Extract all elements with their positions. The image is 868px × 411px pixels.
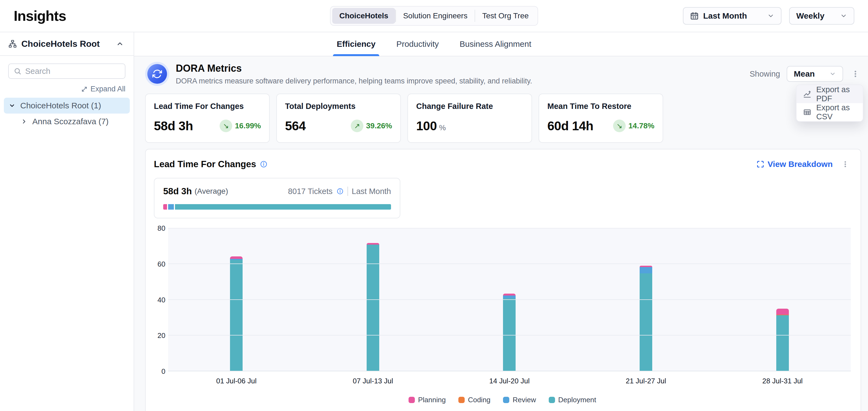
- delta-badge: ↘ 16.99%: [220, 119, 261, 132]
- expand-all-button[interactable]: Expand All: [81, 85, 125, 93]
- table-icon: [803, 108, 811, 116]
- search-input[interactable]: [25, 67, 128, 76]
- org-chart-icon: [8, 39, 17, 48]
- legend-item-review[interactable]: Review: [503, 396, 536, 404]
- aggregation-select[interactable]: Mean: [787, 66, 843, 82]
- y-tick-label: 40: [157, 296, 165, 304]
- chevron-down-icon: [9, 102, 16, 109]
- tab-business-alignment[interactable]: Business Alignment: [457, 32, 533, 56]
- aggregation-value: Mean: [794, 69, 815, 78]
- app-shell: ChoiceHotels Root Expand All: [0, 32, 868, 411]
- gridline: [168, 299, 851, 300]
- calendar-icon: [690, 11, 699, 20]
- export-pdf-label: Export as PDF: [816, 85, 856, 103]
- stacked-bar-3[interactable]: [503, 294, 516, 371]
- bar-segment-deployment: [640, 273, 652, 371]
- lead-time-section: Lead Time For Changes View Breakdown: [145, 149, 861, 411]
- x-tick-label: 01 Jul-06 Jul: [168, 377, 305, 385]
- y-tick-label: 0: [161, 367, 165, 376]
- export-csv-label: Export as CSV: [816, 103, 856, 121]
- bar-segment-planning: [776, 309, 789, 315]
- tree-row-anna-scozzafava[interactable]: Anna Scozzafava (7): [16, 113, 130, 130]
- export-pdf-item[interactable]: Export as PDF: [797, 85, 863, 103]
- main-area: Efficiency Productivity Business Alignme…: [134, 32, 868, 411]
- x-tick-label: 07 Jul-13 Jul: [305, 377, 441, 385]
- gridline: [168, 264, 851, 264]
- x-tick-label: 14 Jul-20 Jul: [441, 377, 578, 385]
- kebab-menu-icon[interactable]: [840, 159, 851, 170]
- bar-segment-review: [640, 267, 652, 273]
- legend-label: Planning: [418, 396, 446, 404]
- metric-value: 60d 14h: [547, 118, 593, 133]
- gridline: [168, 228, 851, 229]
- page-title: Insights: [14, 8, 66, 24]
- lead-time-summary-card: 58d 3h (Average) 8017 Tickets Last Month: [154, 178, 400, 218]
- trend-down-icon: ↘: [223, 122, 229, 130]
- org-tab-solution-engineers[interactable]: Solution Engineers: [396, 8, 474, 24]
- metric-unit: %: [439, 124, 445, 132]
- legend-label: Deployment: [558, 396, 596, 404]
- sidebar-collapse-button[interactable]: [115, 38, 125, 49]
- kebab-menu-icon[interactable]: [850, 68, 861, 80]
- legend-swatch: [408, 397, 415, 403]
- dora-kebab-wrap: Export as PDF Export as CSV: [850, 68, 861, 80]
- legend-item-deployment[interactable]: Deployment: [549, 396, 596, 404]
- card-change-failure-rate: Change Failure Rate 100%: [407, 94, 532, 143]
- chevron-down-icon: [767, 12, 774, 20]
- cycle-arrows-icon: [152, 69, 162, 79]
- expand-all-label: Expand All: [90, 85, 125, 93]
- info-icon[interactable]: [260, 160, 268, 168]
- content: DORA Metrics DORA metrics measure softwa…: [134, 56, 868, 411]
- date-range-select[interactable]: Last Month: [683, 7, 781, 25]
- stacked-bar-4[interactable]: [640, 266, 652, 371]
- chart-plot: [168, 228, 851, 371]
- legend-item-planning[interactable]: Planning: [408, 396, 446, 404]
- view-breakdown-button[interactable]: View Breakdown: [756, 160, 833, 169]
- summary-period: Last Month: [352, 187, 391, 196]
- y-tick-label: 80: [157, 224, 165, 233]
- insights-app: Insights ChoiceHotels Solution Engineers…: [0, 0, 868, 411]
- summary-qualifier: (Average): [195, 187, 228, 196]
- x-tick-label: 28 Jul-31 Jul: [714, 377, 851, 385]
- bar-segment-review: [503, 296, 516, 298]
- bar-segment-planning: [230, 256, 243, 259]
- tab-efficiency[interactable]: Efficiency: [335, 32, 378, 56]
- expand-diagonal-icon: [81, 86, 88, 93]
- stacked-bar-5[interactable]: [776, 309, 789, 371]
- header-controls: Last Month Weekly: [683, 7, 854, 25]
- trend-down-icon: ↘: [616, 122, 622, 130]
- lead-time-chart: 020406080: [154, 228, 851, 371]
- sidebar-header: ChoiceHotels Root: [0, 32, 134, 56]
- phase-segment-review: [168, 204, 174, 210]
- gridline: [168, 335, 851, 336]
- section-title: Lead Time For Changes: [154, 159, 256, 169]
- bar-segment-planning: [503, 294, 516, 296]
- tree-row-choicehotels-root[interactable]: ChoiceHotels Root (1): [4, 98, 130, 113]
- org-tree: ChoiceHotels Root (1) Anna Scozzafava (7…: [4, 98, 130, 130]
- info-icon[interactable]: [337, 188, 344, 195]
- search-icon: [14, 67, 21, 75]
- org-tab-choicehotels[interactable]: ChoiceHotels: [332, 8, 395, 24]
- export-csv-item[interactable]: Export as CSV: [797, 103, 863, 121]
- legend-label: Coding: [468, 396, 490, 404]
- maximize-icon: [756, 160, 764, 168]
- tickets-count: 8017 Tickets: [288, 187, 333, 196]
- lead-time-header: Lead Time For Changes View Breakdown: [154, 159, 851, 170]
- stacked-bar-1[interactable]: [230, 256, 243, 371]
- legend-item-coding[interactable]: Coding: [458, 396, 490, 404]
- legend-label: Review: [513, 396, 536, 404]
- dora-icon: [145, 62, 169, 86]
- chevron-down-icon: [829, 71, 836, 77]
- chart-trend-icon: [803, 90, 811, 98]
- chevron-right-icon: [21, 118, 27, 125]
- sidebar: ChoiceHotels Root Expand All: [0, 32, 134, 411]
- chart-y-axis: 020406080: [154, 228, 168, 371]
- export-menu: Export as PDF Export as CSV: [796, 84, 863, 122]
- org-tab-test-org-tree[interactable]: Test Org Tree: [475, 8, 536, 24]
- chart-x-labels: 01 Jul-06 Jul07 Jul-13 Jul14 Jul-20 Jul2…: [154, 377, 851, 385]
- granularity-select[interactable]: Weekly: [789, 7, 854, 25]
- tab-productivity[interactable]: Productivity: [394, 32, 441, 56]
- date-range-value: Last Month: [703, 11, 747, 21]
- bar-segment-deployment: [776, 315, 789, 371]
- stacked-bar-2[interactable]: [367, 243, 379, 371]
